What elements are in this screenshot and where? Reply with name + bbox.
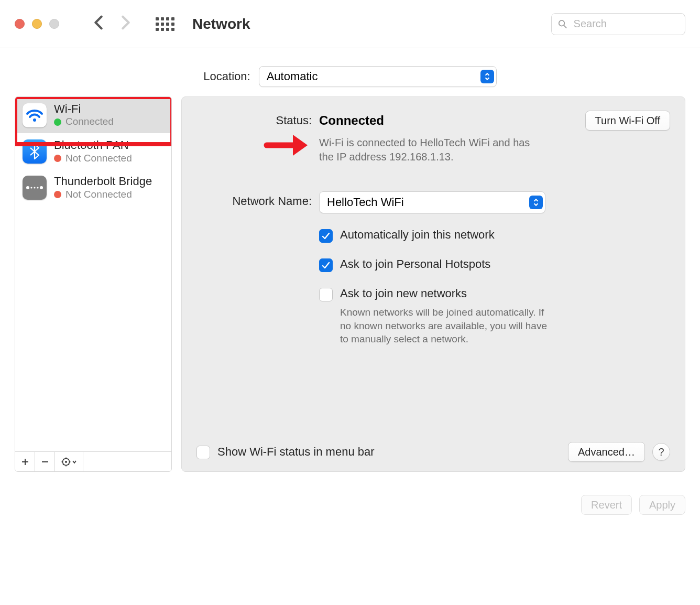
location-value: Automatic <box>267 70 318 83</box>
location-label: Location: <box>203 70 250 83</box>
ask-hotspots-checkbox[interactable] <box>319 258 333 272</box>
forward-button[interactable] <box>120 15 132 33</box>
grid-icon <box>156 17 174 31</box>
service-name: Bluetooth PAN <box>54 138 132 152</box>
minus-icon <box>41 458 49 466</box>
zoom-window-button[interactable] <box>49 19 59 29</box>
chevrons-icon <box>529 196 543 209</box>
add-service-button[interactable] <box>15 452 35 471</box>
status-dot-icon <box>54 118 61 126</box>
status-dot-icon <box>54 191 61 198</box>
auto-join-label: Automatically join this network <box>340 228 495 242</box>
service-status: Not Connected <box>65 189 132 201</box>
ask-hotspots-row: Ask to join Personal Hotspots <box>319 257 670 272</box>
status-description: Wi-Fi is connected to HelloTech WiFi and… <box>319 136 539 164</box>
service-name: Wi-Fi <box>54 102 114 116</box>
gear-dropdown-icon <box>61 457 77 467</box>
svg-point-12 <box>65 461 67 463</box>
window-toolbar: Network <box>0 0 700 48</box>
svg-point-6 <box>34 187 35 188</box>
window-footer: Revert Apply <box>0 472 700 515</box>
nav-arrows <box>93 15 132 33</box>
svg-point-0 <box>559 20 565 26</box>
check-icon <box>322 262 330 269</box>
bluetooth-icon <box>23 139 47 164</box>
back-button[interactable] <box>93 15 104 33</box>
chevron-right-icon <box>120 15 132 30</box>
service-status: Not Connected <box>65 153 132 165</box>
ask-new-row: Ask to join new networks Known networks … <box>319 287 670 346</box>
network-name-label: Network Name: <box>182 191 312 346</box>
service-actions-button[interactable] <box>55 452 83 471</box>
show-menubar-label: Show Wi-Fi status in menu bar <box>217 445 375 459</box>
advanced-button[interactable]: Advanced… <box>568 442 645 462</box>
thunderbolt-bridge-icon <box>23 176 47 200</box>
detail-footer: Show Wi-Fi status in menu bar Advanced… … <box>182 442 670 462</box>
ask-hotspots-label: Ask to join Personal Hotspots <box>340 257 490 271</box>
svg-point-7 <box>37 187 38 188</box>
main-split: Wi-Fi Connected Bluetooth PAN <box>0 96 700 472</box>
search-field-wrap[interactable] <box>551 13 685 35</box>
ask-new-checkbox[interactable] <box>319 288 333 301</box>
ask-new-description: Known networks will be joined automatica… <box>340 306 550 346</box>
svg-point-5 <box>30 187 32 188</box>
ask-new-label: Ask to join new networks <box>340 287 467 300</box>
service-item-wifi[interactable]: Wi-Fi Connected <box>15 97 171 133</box>
apply-button[interactable]: Apply <box>639 495 685 515</box>
services-sidebar: Wi-Fi Connected Bluetooth PAN <box>15 96 172 472</box>
network-name-value: HelloTech WiFi <box>327 196 404 209</box>
svg-point-4 <box>40 186 43 189</box>
status-label: Status: <box>182 111 312 164</box>
network-name-row: Network Name: HelloTech WiFi Automatical… <box>182 191 670 346</box>
services-list: Wi-Fi Connected Bluetooth PAN <box>15 97 171 451</box>
auto-join-checkbox[interactable] <box>319 229 333 243</box>
service-status: Connected <box>65 116 114 128</box>
auto-join-row: Automatically join this network <box>319 228 670 243</box>
chevrons-icon <box>480 70 494 83</box>
location-row: Location: Automatic <box>0 48 700 96</box>
detail-panel: Status: Connected Turn Wi-Fi Off Wi-Fi i… <box>181 96 685 472</box>
status-value: Connected <box>319 113 384 128</box>
revert-button[interactable]: Revert <box>581 495 632 515</box>
chevron-left-icon <box>93 15 104 30</box>
show-all-prefs-button[interactable] <box>156 17 174 31</box>
search-input[interactable] <box>573 17 679 30</box>
close-window-button[interactable] <box>15 19 25 29</box>
service-item-thunderbolt-bridge[interactable]: Thunderbolt Bridge Not Connected <box>15 169 171 206</box>
status-row: Status: Connected Turn Wi-Fi Off Wi-Fi i… <box>182 111 670 164</box>
service-name: Thunderbolt Bridge <box>54 175 152 188</box>
network-name-popup[interactable]: HelloTech WiFi <box>319 191 545 213</box>
svg-line-1 <box>564 25 566 27</box>
check-icon <box>322 232 330 240</box>
show-menubar-checkbox[interactable] <box>196 446 210 459</box>
remove-service-button[interactable] <box>35 452 55 471</box>
search-icon <box>558 19 567 29</box>
wifi-icon <box>23 103 47 127</box>
minimize-window-button[interactable] <box>32 19 42 29</box>
status-dot-icon <box>54 155 61 162</box>
service-item-bluetooth-pan[interactable]: Bluetooth PAN Not Connected <box>15 133 171 169</box>
help-button[interactable]: ? <box>652 443 670 461</box>
location-popup[interactable]: Automatic <box>259 66 497 87</box>
svg-point-2 <box>33 118 36 122</box>
window-title: Network <box>192 16 250 33</box>
plus-icon <box>21 458 29 466</box>
traffic-lights <box>15 19 59 29</box>
svg-point-3 <box>26 186 29 189</box>
turn-wifi-off-button[interactable]: Turn Wi-Fi Off <box>585 111 670 131</box>
show-menubar-row: Show Wi-Fi status in menu bar <box>196 445 375 459</box>
sidebar-toolbar <box>15 451 171 471</box>
